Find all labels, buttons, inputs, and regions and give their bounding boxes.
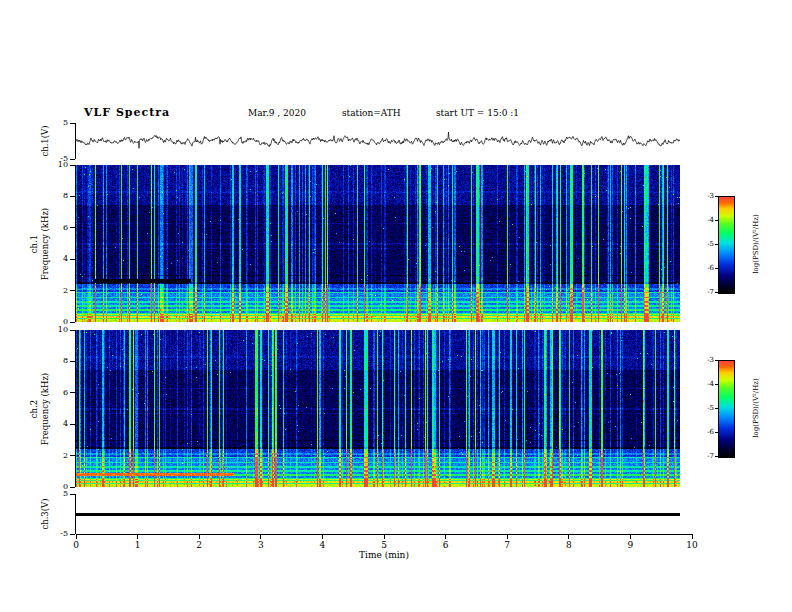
y-tick-mark — [70, 330, 75, 331]
y-tick-label: 10 — [46, 160, 68, 170]
y-tick-mark — [70, 159, 75, 160]
colorbar-tick-label: -6 — [692, 428, 714, 436]
vlf-spectra-figure: VLF Spectra Mar.9 , 2020 station=ATH sta… — [0, 0, 792, 612]
x-tick-mark — [692, 534, 693, 539]
y-tick-mark — [70, 361, 75, 362]
x-tick-mark — [630, 534, 631, 539]
x-tick-label: 1 — [128, 540, 148, 550]
start-ut-label: start UT = 15:0 :1 — [436, 108, 519, 118]
colorbar-tick-mark — [715, 432, 718, 433]
ch1-frequency-axis-label: ch.1 Frequency (kHz) — [29, 207, 51, 279]
colorbar-tick-mark — [715, 384, 718, 385]
y-axis-line — [75, 330, 76, 487]
y-axis-line — [75, 165, 76, 322]
ch3-trace — [76, 513, 680, 516]
y-axis-line — [75, 123, 76, 159]
colorbar-tick-label: -7 — [692, 288, 714, 296]
colorbar-tick-label: -4 — [692, 380, 714, 388]
ch2-frequency-axis-label: ch.2 Frequency (kHz) — [29, 372, 51, 444]
colorbar-tick-label: -5 — [692, 240, 714, 248]
y-tick-label: 5 — [46, 489, 68, 499]
colorbar-ch2-label: log(PSD)/(V²/Hz) — [752, 378, 761, 437]
x-tick-label: 6 — [436, 540, 456, 550]
x-tick-mark — [568, 534, 569, 539]
x-tick-label: 7 — [497, 540, 517, 550]
ch2-spectrogram-canvas — [76, 330, 680, 487]
y-tick-mark — [70, 165, 75, 166]
ch1-waveform-canvas — [76, 123, 680, 159]
y-tick-mark — [70, 534, 75, 535]
x-tick-label: 0 — [66, 540, 86, 550]
y-tick-mark — [70, 123, 75, 124]
x-tick-label: 9 — [620, 540, 640, 550]
y-tick-mark — [70, 290, 75, 291]
colorbar-tick-mark — [715, 292, 718, 293]
y-tick-mark — [70, 455, 75, 456]
y-tick-mark — [70, 392, 75, 393]
x-tick-mark — [76, 534, 77, 539]
colorbar-tick-mark — [715, 244, 718, 245]
colorbar-tick-mark — [715, 220, 718, 221]
colorbar-tick-label: -4 — [692, 216, 714, 224]
y-tick-mark — [70, 487, 75, 488]
ch2-frequency-units-label: Frequency (kHz) — [40, 372, 51, 444]
x-tick-label: 3 — [251, 540, 271, 550]
x-tick-label: 10 — [682, 540, 702, 550]
x-tick-mark — [260, 534, 261, 539]
ch1-channel-label: ch.1 — [29, 207, 40, 279]
y-tick-label: 8 — [46, 356, 68, 366]
colorbar-tick-label: -7 — [692, 452, 714, 460]
colorbar-ch1 — [718, 196, 735, 294]
y-tick-label: 5 — [46, 118, 68, 128]
colorbar-ch2 — [718, 360, 735, 458]
x-tick-mark — [507, 534, 508, 539]
y-tick-label: 8 — [46, 191, 68, 201]
y-tick-label: 6 — [46, 388, 68, 398]
colorbar-tick-mark — [715, 196, 718, 197]
colorbar-tick-label: -6 — [692, 264, 714, 272]
y-tick-label: -5 — [46, 529, 68, 539]
figure-title: VLF Spectra — [84, 106, 170, 119]
colorbar-ch1-label: log(PSD)/(V²/Hz) — [752, 214, 761, 273]
y-tick-mark — [70, 196, 75, 197]
y-tick-mark — [70, 259, 75, 260]
y-tick-label: 4 — [46, 254, 68, 264]
station-label: station=ATH — [342, 108, 401, 118]
colorbar-tick-label: -5 — [692, 404, 714, 412]
x-tick-mark — [137, 534, 138, 539]
ch2-channel-label: ch.2 — [29, 372, 40, 444]
colorbar-tick-mark — [715, 456, 718, 457]
colorbar-tick-label: -3 — [692, 356, 714, 364]
colorbar-tick-mark — [715, 268, 718, 269]
y-tick-mark — [70, 494, 75, 495]
ch1-spectrogram-canvas — [76, 165, 680, 322]
x-tick-mark — [445, 534, 446, 539]
x-tick-label: 8 — [559, 540, 579, 550]
y-tick-label: 2 — [46, 286, 68, 296]
y-tick-label: 6 — [46, 223, 68, 233]
x-tick-label: 2 — [189, 540, 209, 550]
time-axis-label: Time (min) — [76, 550, 692, 560]
y-tick-label: 4 — [46, 419, 68, 429]
x-tick-label: 4 — [312, 540, 332, 550]
x-tick-mark — [384, 534, 385, 539]
colorbar-tick-label: -3 — [692, 192, 714, 200]
colorbar-tick-mark — [715, 408, 718, 409]
ch1-frequency-units-label: Frequency (kHz) — [40, 207, 51, 279]
y-tick-mark — [70, 227, 75, 228]
y-tick-mark — [70, 424, 75, 425]
colorbar-tick-mark — [715, 360, 718, 361]
x-tick-mark — [322, 534, 323, 539]
ch3v-axis-label: ch.3(V) — [40, 498, 51, 529]
x-tick-mark — [199, 534, 200, 539]
x-tick-label: 5 — [374, 540, 394, 550]
y-tick-mark — [70, 322, 75, 323]
y-tick-label: 2 — [46, 451, 68, 461]
y-tick-label: 10 — [46, 325, 68, 335]
ch1v-axis-label: ch.1(V) — [40, 125, 51, 156]
date-label: Mar.9 , 2020 — [248, 108, 306, 118]
